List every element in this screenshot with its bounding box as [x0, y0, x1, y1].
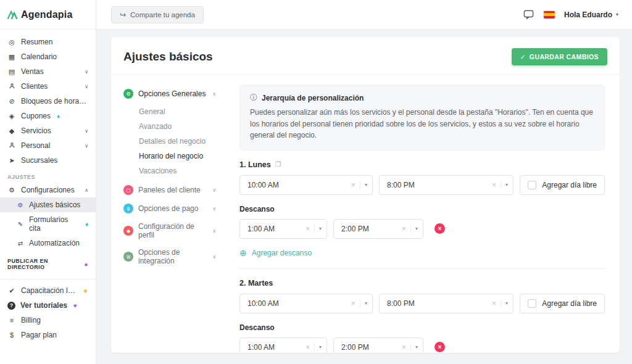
- settings-nav-horario-del-negocio[interactable]: Horario del negocio: [139, 149, 222, 163]
- logo-icon: [7, 10, 17, 19]
- end-time-select[interactable]: 8:00 PM × ▾: [379, 294, 514, 313]
- end-time-select[interactable]: 8:00 PM × ▾: [379, 175, 514, 195]
- chevron-down-icon: ∨: [85, 69, 88, 75]
- sidebar-item-servicios[interactable]: ◆ Servicios ∨: [0, 123, 96, 138]
- settings-nav-paneles-del-cliente[interactable]: ▢ Paneles del cliente ∨: [123, 181, 222, 199]
- sidebar-item-ajustes-basicos[interactable]: ⚙ Ajustes básicos: [0, 197, 96, 212]
- sidebar-item-resumen[interactable]: ◎ Resumen: [0, 35, 96, 49]
- settings-nav-detalles-del-negocio[interactable]: Detalles del negocio: [139, 134, 222, 149]
- payment-options-icon: $: [123, 204, 133, 213]
- add-break-label: Agregar descanso: [252, 249, 312, 257]
- sidebar-item-personal[interactable]: Personal ∨: [0, 138, 96, 153]
- day-off-label: Agregar día libre: [542, 299, 597, 308]
- save-button[interactable]: ✓ GUARDAR CAMBIOS: [512, 48, 607, 65]
- day-header: 1. Lunes ❐: [239, 160, 605, 169]
- delete-break-button[interactable]: ×: [434, 223, 445, 234]
- sidebar-item-automatizacion[interactable]: ⇄ Automatización: [0, 236, 96, 250]
- caret-down-icon[interactable]: ▾: [315, 344, 322, 350]
- sidebar-item-publicar-en-directorio[interactable]: PUBLICAR EN DIRECTORIO ●: [0, 250, 96, 275]
- clear-icon[interactable]: ×: [351, 181, 360, 189]
- sidebar: Agendapia ◎ Resumen ▦ Calendario ▤ Venta…: [0, 0, 96, 364]
- caret-down-icon[interactable]: ▾: [315, 226, 322, 231]
- sidebar-item-label: Sucursales: [21, 156, 57, 165]
- caret-down-icon[interactable]: ▾: [501, 182, 508, 188]
- gear-icon: ⚙: [7, 186, 16, 194]
- sidebar-item-configuraciones[interactable]: ⚙ Configuraciones ∧: [0, 183, 96, 197]
- sidebar-item-ver-tutoriales[interactable]: ? Ver tutoriales ♥: [0, 298, 96, 313]
- clear-icon[interactable]: ×: [492, 299, 501, 308]
- clear-icon[interactable]: ×: [306, 225, 315, 233]
- save-button-label: GUARDAR CAMBIOS: [530, 53, 599, 60]
- sidebar-item-calendario[interactable]: ▦ Calendario: [0, 49, 96, 64]
- end-time-value: 8:00 PM: [387, 299, 415, 308]
- checkbox[interactable]: [528, 299, 536, 308]
- start-time-select[interactable]: 10:00 AM × ▾: [239, 294, 373, 313]
- settings-nav-configuracion-de-perfil[interactable]: ◆ Configuración de perfil ∨: [123, 218, 222, 244]
- break-end-select[interactable]: 2:00 PM × ▾: [333, 337, 423, 353]
- automation-icon: ⇄: [16, 240, 25, 247]
- brand-logo[interactable]: Agendapia: [0, 0, 96, 30]
- copy-icon[interactable]: ❐: [275, 160, 281, 168]
- clear-icon[interactable]: ×: [492, 181, 501, 189]
- sidebar-divider: [0, 279, 96, 279]
- sidebar-item-pagar-plan[interactable]: $ Pagar plan: [0, 328, 96, 342]
- caret-down-icon[interactable]: ▾: [411, 344, 418, 350]
- settings-nav-opciones-de-pago[interactable]: $ Opciones de pago ∨: [123, 199, 222, 218]
- chat-icon[interactable]: [523, 9, 534, 20]
- caret-down-icon[interactable]: ▾: [360, 300, 367, 306]
- day-name: 1. Lunes: [239, 160, 271, 169]
- sidebar-item-clientes[interactable]: Clientes ∨: [0, 79, 96, 94]
- chevron-down-icon: ∨: [212, 254, 222, 260]
- start-time-value: 10:00 AM: [247, 299, 279, 308]
- settings-nav-avanzado[interactable]: Avanzado: [139, 119, 222, 134]
- settings-nav-general[interactable]: General: [139, 104, 222, 119]
- star-icon: ★: [83, 287, 88, 294]
- start-time-select[interactable]: 10:00 AM × ▾: [239, 175, 373, 195]
- checkbox[interactable]: [528, 181, 536, 189]
- dashboard-icon: ◎: [7, 38, 16, 46]
- clear-icon[interactable]: ×: [306, 343, 315, 352]
- gear-icon: ⚙: [16, 202, 25, 209]
- caret-down-icon[interactable]: ▾: [411, 226, 418, 231]
- sidebar-item-label: Pagar plan: [21, 331, 57, 339]
- sidebar-item-bloqueos-de-horarios[interactable]: ⊘ Bloqueos de horarios: [0, 94, 96, 109]
- clear-icon[interactable]: ×: [351, 299, 360, 308]
- clear-icon[interactable]: ×: [402, 225, 411, 233]
- sidebar-item-label: Ajustes básicos: [29, 201, 80, 209]
- settings-nav-opciones-generales[interactable]: ⚙ Opciones Generales ∧: [123, 85, 222, 103]
- flag-icon[interactable]: [544, 11, 555, 19]
- day-off-toggle[interactable]: Agregar día libre: [520, 175, 605, 195]
- sidebar-item-label: Clientes: [21, 82, 48, 91]
- sidebar-item-sucursales[interactable]: ➤ Sucursales: [0, 153, 96, 168]
- chevron-down-icon: ∨: [212, 188, 222, 193]
- add-break-button[interactable]: ⊕ Agregar descanso: [239, 249, 605, 257]
- chevron-down-icon: ∨: [85, 84, 88, 89]
- day-name: 2. Martes: [239, 279, 273, 287]
- clear-icon[interactable]: ×: [402, 343, 411, 352]
- caret-down-icon[interactable]: ▾: [501, 300, 508, 306]
- user-menu[interactable]: Hola Eduardo ▾: [564, 10, 618, 19]
- day-off-toggle[interactable]: Agregar día libre: [520, 294, 605, 313]
- break-start-select[interactable]: 1:00 AM × ▾: [239, 337, 327, 353]
- sidebar-item-billing[interactable]: ≡ Billing: [0, 313, 96, 328]
- sidebar-item-formularios-cita[interactable]: ✎ Formularios cita ♦: [0, 212, 96, 236]
- settings-nav-label: Opciones de pago: [138, 204, 198, 213]
- break-row: 1:00 AM × ▾ 2:00 PM × ▾: [239, 219, 605, 239]
- sidebar-item-ventas[interactable]: ▤ Ventas ∨: [0, 64, 96, 79]
- settings-nav-label: Opciones de integración: [138, 248, 207, 265]
- share-agenda-button[interactable]: ↪ Comparte tu agenda: [111, 6, 204, 23]
- sidebar-item-label: Formularios cita: [29, 215, 80, 233]
- person-icon: [7, 142, 16, 150]
- sidebar-item-label: Bloqueos de horarios: [21, 97, 88, 105]
- caret-down-icon[interactable]: ▾: [360, 182, 367, 188]
- delete-break-button[interactable]: ×: [434, 342, 445, 352]
- break-end-select[interactable]: 2:00 PM × ▾: [333, 219, 423, 239]
- break-start-select[interactable]: 1:00 AM × ▾: [239, 219, 327, 239]
- app: Agendapia ◎ Resumen ▦ Calendario ▤ Venta…: [0, 0, 632, 364]
- settings-nav-vacaciones[interactable]: Vacaciones: [139, 163, 222, 178]
- chevron-down-icon: ∨: [212, 228, 222, 234]
- card-header: Ajustes básicos ✓ GUARDAR CAMBIOS: [111, 37, 620, 75]
- sidebar-item-capacitacion-inicial[interactable]: ✔ Capacitación Inicial ★: [0, 283, 96, 298]
- settings-nav-opciones-de-integracion[interactable]: ⊞ Opciones de integración ∨: [123, 244, 222, 270]
- sidebar-item-cupones[interactable]: ◈ Cupones ♦: [0, 109, 96, 123]
